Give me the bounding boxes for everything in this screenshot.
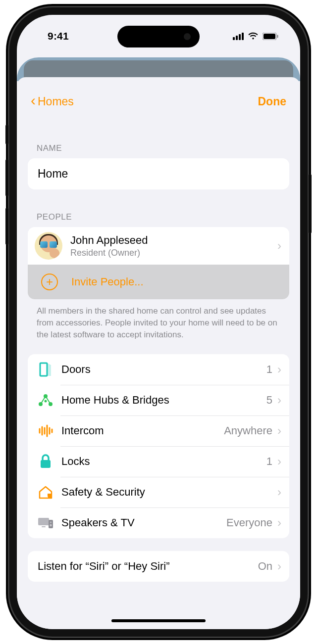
svg-rect-17: [49, 520, 53, 528]
wifi-icon: [248, 32, 259, 40]
svg-point-18: [50, 522, 52, 523]
row-label: Safety & Security: [54, 486, 272, 499]
row-label: Doors: [54, 363, 266, 376]
volume-down-button: [5, 208, 8, 245]
lock-icon: [37, 453, 54, 470]
row-label: Speakers & TV: [54, 516, 226, 529]
chevron-right-icon: ›: [277, 516, 281, 530]
chevron-right-icon: ›: [277, 559, 281, 573]
svg-rect-1: [264, 34, 275, 39]
tv-speaker-icon: [37, 514, 54, 532]
name-card: [28, 158, 289, 189]
row-value: Everyone: [226, 516, 277, 529]
row-label: Home Hubs & Bridges: [54, 394, 266, 407]
row-value: 5: [266, 394, 277, 407]
waveform-icon: [37, 422, 54, 440]
row-value: Anywhere: [224, 424, 277, 437]
svg-rect-15: [38, 518, 49, 525]
row-label: Intercom: [54, 424, 224, 437]
chevron-right-icon: ›: [277, 239, 281, 253]
svg-point-19: [50, 524, 52, 526]
svg-rect-16: [42, 526, 46, 527]
row-value: 1: [266, 455, 277, 468]
svg-rect-3: [40, 363, 47, 376]
hubs-row[interactable]: Home Hubs & Bridges 5 ›: [28, 385, 289, 415]
svg-rect-14: [41, 460, 51, 468]
people-section-header: PEOPLE: [28, 212, 289, 227]
siri-value: On: [258, 560, 277, 573]
person-row[interactable]: John Appleseed Resident (Owner) ›: [28, 227, 289, 265]
chevron-right-icon: ›: [277, 455, 281, 468]
safety-row[interactable]: Safety & Security ›: [28, 477, 289, 507]
chevron-right-icon: ›: [277, 363, 281, 376]
volume-up-button: [5, 159, 8, 196]
status-time: 9:41: [37, 30, 69, 42]
mute-switch: [5, 125, 8, 144]
siri-label: Listen for “Siri” or “Hey Siri”: [38, 560, 258, 573]
home-name-input[interactable]: [28, 158, 289, 189]
person-role: Resident (Owner): [70, 248, 277, 258]
done-button[interactable]: Done: [258, 95, 287, 108]
chevron-right-icon: ›: [277, 424, 281, 438]
svg-rect-2: [277, 35, 278, 38]
name-section-header: NAME: [28, 143, 289, 158]
chevron-left-icon: ‹: [31, 93, 36, 108]
network-icon: [37, 391, 54, 409]
siri-row[interactable]: Listen for “Siri” or “Hey Siri” On ›: [28, 551, 289, 582]
chevron-right-icon: ›: [277, 393, 281, 407]
screen: 9:41 ‹ Homes Done: [17, 15, 300, 629]
power-button: [309, 174, 312, 233]
home-indicator[interactable]: [111, 619, 206, 622]
status-icons: [233, 32, 280, 40]
categories-card: Doors 1 › Home Hubs & Bridges 5 ›: [28, 354, 289, 538]
invite-people-button[interactable]: + Invite People...: [28, 265, 289, 299]
nav-bar: ‹ Homes Done: [28, 77, 289, 114]
people-card: John Appleseed Resident (Owner) › + Invi…: [28, 227, 289, 299]
house-shield-icon: [37, 483, 54, 501]
battery-icon: [263, 33, 278, 40]
avatar: [35, 232, 62, 260]
plus-icon: +: [41, 274, 58, 290]
row-label: Locks: [54, 455, 266, 468]
person-name: John Appleseed: [70, 234, 277, 247]
invite-label: Invite People...: [63, 276, 144, 288]
chevron-right-icon: ›: [277, 485, 281, 499]
row-value: 1: [266, 363, 277, 376]
device-frame: 9:41 ‹ Homes Done: [8, 6, 309, 638]
door-icon: [37, 361, 54, 378]
locks-row[interactable]: Locks 1 ›: [28, 446, 289, 477]
siri-card: Listen for “Siri” or “Hey Siri” On ›: [28, 551, 289, 582]
back-label: Homes: [38, 95, 74, 108]
settings-sheet: ‹ Homes Done NAME PEOPLE: [17, 77, 300, 629]
svg-point-7: [45, 400, 47, 403]
cellular-signal-icon: [233, 32, 244, 40]
speakers-row[interactable]: Speakers & TV Everyone ›: [28, 507, 289, 538]
intercom-row[interactable]: Intercom Anywhere ›: [28, 415, 289, 446]
doors-row[interactable]: Doors 1 ›: [28, 354, 289, 385]
people-footer-text: All members in the shared home can contr…: [28, 299, 289, 340]
dynamic-island: [117, 26, 200, 47]
back-button[interactable]: ‹ Homes: [31, 95, 74, 108]
